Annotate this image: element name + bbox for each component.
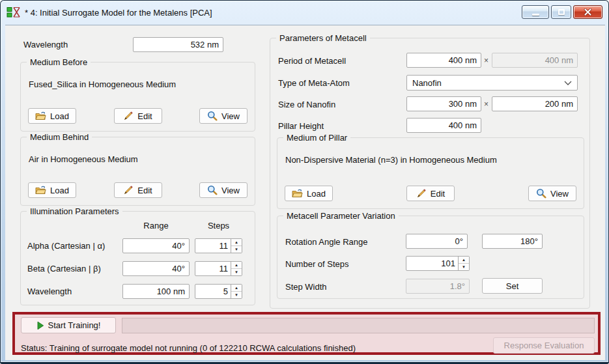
edit-button-label: Edit <box>137 111 152 121</box>
folder-open-icon <box>35 111 46 120</box>
maximize-button[interactable] <box>551 5 571 19</box>
view-button-label: View <box>550 189 569 199</box>
spinner-down-icon: ▼ <box>462 265 466 269</box>
medium-behind-edit-button[interactable]: Edit <box>114 182 162 198</box>
size-y-input[interactable] <box>492 96 578 111</box>
medium-before-edit-button[interactable]: Edit <box>114 108 162 124</box>
response-evaluation-button[interactable]: Response Evaluation <box>493 337 595 354</box>
spinner-down-icon: ▼ <box>234 247 238 251</box>
medium-of-pillar-view-button[interactable]: View <box>528 186 576 201</box>
spinner-up-button[interactable]: ▲ <box>231 285 242 292</box>
titlebar[interactable]: * 4: Initial Surrogate Model for the Met… <box>1 1 608 25</box>
spinner-up-button[interactable]: ▲ <box>231 239 242 246</box>
training-progress-bar <box>122 318 595 333</box>
period-x-input[interactable] <box>406 53 481 68</box>
spinner-up-button[interactable]: ▲ <box>231 262 242 269</box>
edit-button-label: Edit <box>137 186 152 195</box>
medium-before-view-button[interactable]: View <box>199 108 248 124</box>
start-training-label: Start Training! <box>48 320 101 330</box>
number-of-steps-input[interactable] <box>406 257 458 270</box>
medium-of-pillar-load-button[interactable]: Load <box>285 186 333 201</box>
medium-of-pillar-group: Medium of Pillar Non-Dispersive Material… <box>277 137 584 209</box>
wavelength-label: Wavelength <box>23 40 68 49</box>
illumination-group-title: Illumination Parameters <box>27 206 122 216</box>
view-button-label: View <box>221 186 240 195</box>
magnifier-icon <box>207 111 218 121</box>
medium-before-load-button[interactable]: Load <box>28 108 76 124</box>
wavelength-range-label: Wavelength <box>27 287 117 296</box>
illumination-parameters-group: Illumination Parameters Range Steps Alph… <box>20 211 255 305</box>
wavelength-input[interactable] <box>133 37 223 52</box>
wavelength-steps-input[interactable] <box>195 285 231 298</box>
step-width-label: Step Width <box>285 282 327 292</box>
beta-range-input[interactable] <box>122 261 190 276</box>
medium-behind-buttons: Load Edit View <box>28 182 248 198</box>
spinner-up-button[interactable]: ▲ <box>459 257 469 264</box>
pillar-height-input[interactable] <box>406 118 481 133</box>
spinner-down-button[interactable]: ▼ <box>231 292 242 298</box>
period-y-input <box>492 53 578 68</box>
variation-group-title: Metacell Parameter Variation <box>283 211 399 221</box>
maximize-icon <box>558 9 565 15</box>
alpha-steps-spinner[interactable]: ▲ ▼ <box>195 238 242 253</box>
close-button[interactable] <box>573 5 602 19</box>
folder-open-icon <box>292 189 303 198</box>
magnifier-icon <box>207 185 218 195</box>
set-button[interactable]: Set <box>482 278 543 294</box>
medium-behind-load-button[interactable]: Load <box>28 182 76 198</box>
spinner-up-icon: ▲ <box>234 240 238 244</box>
medium-behind-view-button[interactable]: View <box>199 182 248 198</box>
period-multiply-separator: × <box>484 56 489 65</box>
close-icon <box>584 8 592 16</box>
minimize-button[interactable] <box>522 5 549 19</box>
training-highlight-annotation: Start Training! Status: Training of surr… <box>12 312 601 355</box>
spinner-down-button[interactable]: ▼ <box>459 264 469 270</box>
edit-button-label: Edit <box>431 189 445 199</box>
wavelength-range-input[interactable] <box>122 284 190 299</box>
rotation-from-input[interactable] <box>406 234 468 249</box>
medium-before-description: Fused_Silica in Homogeneous Medium <box>29 79 176 89</box>
spinner-down-icon: ▼ <box>234 293 238 297</box>
size-x-input[interactable] <box>406 96 481 111</box>
medium-of-pillar-edit-button[interactable]: Edit <box>406 186 455 201</box>
rotation-angle-range-label: Rotation Angle Range <box>285 237 367 247</box>
alpha-range-input[interactable] <box>122 238 190 253</box>
beta-steps-spinner[interactable]: ▲ ▼ <box>195 261 242 276</box>
load-button-label: Load <box>50 111 69 121</box>
number-of-steps-spinner[interactable]: ▲ ▼ <box>406 256 470 271</box>
pencil-icon <box>123 185 134 195</box>
type-of-meta-atom-select[interactable]: Nanofin <box>406 75 578 91</box>
load-button-label: Load <box>307 189 326 199</box>
window-title: * 4: Initial Surrogate Model for the Met… <box>25 8 212 18</box>
medium-behind-group: Medium Behind Air in Homogeneous Medium … <box>20 137 255 206</box>
steps-column-header: Steps <box>195 221 242 231</box>
parameters-of-metacell-group: Parameters of Metacell Period of Metacel… <box>270 38 590 309</box>
medium-of-pillar-description: Non-Dispersive Material (n=3) in Homogen… <box>285 155 497 165</box>
spinner-up-icon: ▲ <box>234 286 238 290</box>
view-button-label: View <box>221 111 240 121</box>
minimize-icon <box>532 14 539 16</box>
spinner-arrows: ▲ ▼ <box>458 257 469 270</box>
illumination-grid: Range Steps Alpha (Cartesian | α) ▲ ▼ Be… <box>27 221 242 299</box>
metacell-group-title: Parameters of Metacell <box>276 33 370 43</box>
pencil-icon <box>416 188 427 199</box>
medium-before-buttons: Load Edit View <box>28 108 248 124</box>
spinner-arrows: ▲ ▼ <box>231 285 242 298</box>
medium-of-pillar-buttons: Load Edit View <box>285 186 576 201</box>
alpha-steps-input[interactable] <box>195 239 231 253</box>
spinner-down-button[interactable]: ▼ <box>231 246 242 253</box>
optical-setup-icon <box>7 6 20 19</box>
folder-open-icon <box>35 186 46 195</box>
medium-before-group: Medium Before Fused_Silica in Homogeneou… <box>20 62 255 132</box>
step-width-input <box>406 279 470 294</box>
pencil-icon <box>123 111 134 121</box>
status-text: Status: Training of surrogate model not … <box>21 343 356 353</box>
rotation-to-input[interactable] <box>482 234 543 249</box>
medium-before-group-title: Medium Before <box>27 57 91 67</box>
start-training-button[interactable]: Start Training! <box>21 317 116 333</box>
medium-behind-group-title: Medium Behind <box>27 132 92 142</box>
beta-label: Beta (Cartesian | β) <box>27 264 117 273</box>
spinner-down-button[interactable]: ▼ <box>231 269 242 275</box>
beta-steps-input[interactable] <box>195 262 231 275</box>
wavelength-steps-spinner[interactable]: ▲ ▼ <box>195 284 242 299</box>
